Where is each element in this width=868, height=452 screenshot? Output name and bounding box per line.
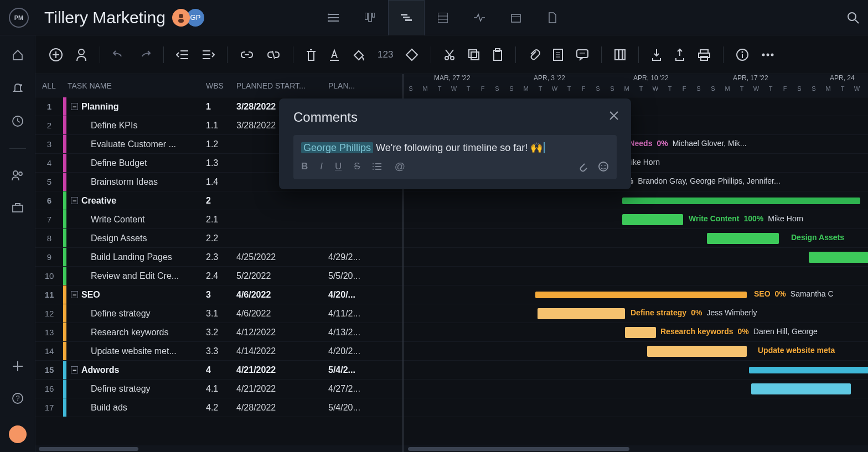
gantt-bar[interactable] bbox=[707, 233, 779, 244]
emoji-icon[interactable] bbox=[598, 161, 609, 172]
start-cell[interactable]: 4/28/2022 bbox=[236, 403, 328, 413]
note-icon[interactable] bbox=[552, 48, 564, 61]
more-icon[interactable] bbox=[761, 53, 774, 57]
redo-icon[interactable] bbox=[138, 49, 151, 61]
info-icon[interactable] bbox=[736, 48, 749, 61]
briefcase-icon[interactable] bbox=[12, 202, 24, 213]
team-icon[interactable] bbox=[11, 170, 24, 181]
wbs-cell[interactable]: 1 bbox=[206, 102, 236, 112]
view-calendar-icon[interactable] bbox=[498, 0, 534, 35]
italic-icon[interactable]: I bbox=[320, 161, 323, 172]
wbs-cell[interactable]: 1.2 bbox=[206, 139, 236, 149]
wbs-cell[interactable]: 3.3 bbox=[206, 346, 236, 356]
collapse-icon[interactable]: − bbox=[71, 366, 78, 373]
task-name[interactable]: Brainstorm Ideas bbox=[66, 177, 206, 187]
person-icon[interactable] bbox=[75, 48, 87, 61]
diamond-icon[interactable] bbox=[405, 48, 418, 61]
wbs-cell[interactable]: 2 bbox=[206, 196, 236, 206]
table-row[interactable]: 17 Build ads 4.2 4/28/2022 5/4/20... bbox=[35, 398, 402, 417]
gantt-bar[interactable] bbox=[647, 346, 747, 357]
table-row[interactable]: 15 − Adwords 4 4/21/2022 5/4/2... bbox=[35, 361, 402, 380]
table-row[interactable]: 14 Update website met... 3.3 4/14/2022 4… bbox=[35, 342, 402, 361]
table-row[interactable]: 7 Write Content 2.1 bbox=[35, 210, 402, 229]
end-cell[interactable]: 5/5/20... bbox=[328, 271, 402, 281]
col-start[interactable]: PLANNED START... bbox=[236, 81, 328, 90]
gantt-bar[interactable] bbox=[538, 308, 625, 319]
end-cell[interactable]: 4/20/... bbox=[328, 290, 402, 300]
wbs-cell[interactable]: 2.4 bbox=[206, 271, 236, 281]
wbs-cell[interactable]: 1.4 bbox=[206, 177, 236, 187]
task-name[interactable]: Define strategy bbox=[66, 384, 206, 394]
task-name[interactable]: Review and Edit Cre... bbox=[66, 271, 206, 281]
col-name[interactable]: TASK NAME bbox=[63, 81, 206, 90]
task-name[interactable]: − Planning bbox=[66, 102, 206, 112]
add-circle-icon[interactable] bbox=[49, 48, 63, 62]
cut-icon[interactable] bbox=[443, 48, 456, 61]
view-board-icon[interactable] bbox=[352, 0, 388, 35]
task-name[interactable]: Build ads bbox=[66, 403, 206, 413]
wbs-cell[interactable]: 2.3 bbox=[206, 252, 236, 262]
start-cell[interactable]: 4/25/2022 bbox=[236, 252, 328, 262]
attach-file-icon[interactable] bbox=[578, 161, 588, 172]
task-name[interactable]: Define strategy bbox=[66, 309, 206, 319]
indent-icon[interactable] bbox=[202, 50, 215, 60]
col-end[interactable]: PLAN... bbox=[328, 81, 402, 90]
avatar-group[interactable]: GP bbox=[175, 9, 204, 27]
task-name[interactable]: − SEO bbox=[66, 290, 206, 300]
start-cell[interactable]: 4/21/2022 bbox=[236, 384, 328, 394]
table-row[interactable]: 16 Define strategy 4.1 4/21/2022 4/27/2.… bbox=[35, 380, 402, 398]
columns-icon[interactable] bbox=[614, 49, 626, 61]
view-gantt-icon[interactable] bbox=[388, 0, 425, 35]
comment-input[interactable]: George Phillips We're following our time… bbox=[293, 135, 617, 179]
export-icon[interactable] bbox=[674, 48, 685, 61]
end-cell[interactable]: 5/4/2... bbox=[328, 365, 402, 375]
comment-icon[interactable] bbox=[576, 49, 589, 61]
collapse-icon[interactable]: − bbox=[71, 197, 78, 204]
outdent-icon[interactable] bbox=[176, 50, 189, 60]
task-name[interactable]: − Adwords bbox=[66, 365, 206, 375]
unlink-icon[interactable] bbox=[266, 50, 281, 60]
start-cell[interactable]: 4/12/2022 bbox=[236, 328, 328, 337]
table-row[interactable]: 8 Design Assets 2.2 bbox=[35, 229, 402, 248]
task-name[interactable]: Evaluate Customer ... bbox=[66, 139, 206, 149]
wbs-cell[interactable]: 3.2 bbox=[206, 328, 236, 337]
scrollbar[interactable] bbox=[35, 445, 402, 452]
task-name[interactable]: Research keywords bbox=[66, 328, 206, 337]
undo-icon[interactable] bbox=[112, 49, 126, 61]
app-logo[interactable]: PM bbox=[9, 8, 29, 28]
wbs-cell[interactable]: 4.1 bbox=[206, 384, 236, 394]
fill-icon[interactable] bbox=[352, 49, 365, 61]
end-cell[interactable]: 5/4/20... bbox=[328, 403, 402, 413]
collapse-icon[interactable]: − bbox=[71, 103, 78, 110]
wbs-cell[interactable]: 4 bbox=[206, 365, 236, 375]
help-icon[interactable]: ? bbox=[12, 392, 24, 404]
strike-icon[interactable]: S bbox=[354, 161, 360, 172]
start-cell[interactable]: 4/14/2022 bbox=[236, 346, 328, 356]
task-name[interactable]: Write Content bbox=[66, 215, 206, 225]
end-cell[interactable]: 4/27/2... bbox=[328, 384, 402, 394]
task-name[interactable]: Define Budget bbox=[66, 158, 206, 168]
bold-icon[interactable]: B bbox=[301, 161, 308, 172]
underline-icon[interactable]: U bbox=[335, 161, 342, 172]
wbs-cell[interactable]: 4.2 bbox=[206, 403, 236, 413]
home-icon[interactable] bbox=[12, 49, 24, 61]
gantt-scrollbar[interactable] bbox=[404, 445, 868, 452]
table-row[interactable]: 6 − Creative 2 bbox=[35, 191, 402, 210]
wbs-cell[interactable]: 2.1 bbox=[206, 215, 236, 225]
task-name[interactable]: Build Landing Pages bbox=[66, 252, 206, 262]
end-cell[interactable]: 4/29/2... bbox=[328, 252, 402, 262]
copy-icon[interactable] bbox=[468, 49, 480, 61]
gantt-bar[interactable] bbox=[622, 198, 860, 204]
mention-tag[interactable]: George Phillips bbox=[301, 142, 373, 153]
wbs-cell[interactable]: 3 bbox=[206, 290, 236, 300]
wbs-cell[interactable]: 2.2 bbox=[206, 233, 236, 243]
mention-icon[interactable]: @ bbox=[395, 160, 405, 173]
gantt-bar[interactable] bbox=[625, 327, 656, 338]
task-name[interactable]: Update website met... bbox=[66, 346, 206, 356]
user-avatar[interactable] bbox=[9, 425, 27, 443]
search-icon[interactable] bbox=[847, 12, 859, 24]
import-icon[interactable] bbox=[651, 48, 662, 61]
view-sheet-icon[interactable] bbox=[425, 0, 461, 35]
gantt-bar[interactable] bbox=[751, 383, 851, 394]
wbs-cell[interactable]: 1.1 bbox=[206, 121, 236, 131]
